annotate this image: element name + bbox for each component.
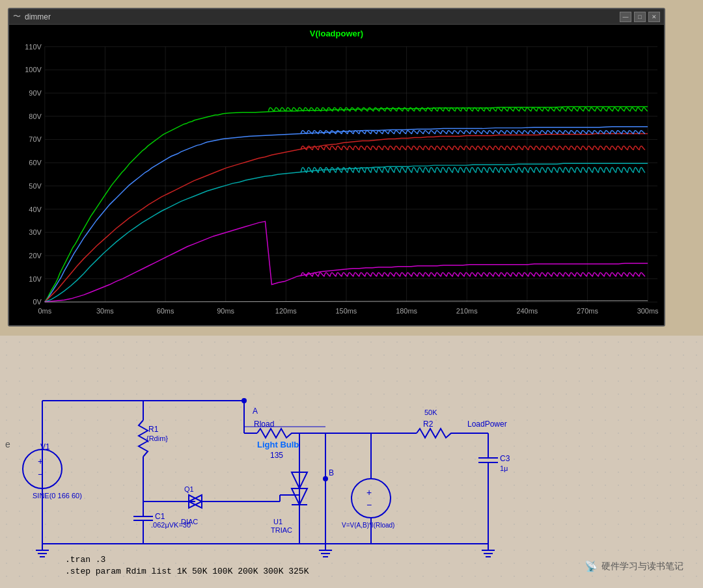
graph-title: V(loadpower): [310, 29, 363, 38]
graph-area: V(loadpower): [9, 25, 664, 325]
svg-text:10V: 10V: [29, 275, 42, 283]
svg-text:270ms: 270ms: [577, 307, 598, 315]
svg-text:−: −: [38, 469, 43, 479]
svg-text:SINE(0 166 60): SINE(0 166 60): [33, 492, 82, 500]
svg-text:Rload: Rload: [254, 420, 274, 429]
svg-text:50V: 50V: [29, 182, 42, 190]
svg-text:.step param Rdim list 1K 50K 1: .step param Rdim list 1K 50K 100K 200K 3…: [65, 567, 309, 576]
svg-text:70V: 70V: [29, 135, 42, 143]
svg-text:V1: V1: [40, 442, 50, 451]
svg-text:90ms: 90ms: [217, 307, 234, 315]
svg-text:−: −: [366, 500, 372, 510]
schematic-svg: e + − SINE(0 166 60) V1 R1 {Rdim} C1 .06…: [0, 336, 703, 588]
svg-text:.tran .3: .tran .3: [65, 555, 105, 565]
watermark-icon: 📡: [585, 560, 598, 572]
svg-text:B: B: [329, 468, 334, 477]
svg-text:40V: 40V: [29, 206, 42, 213]
svg-text:0ms: 0ms: [38, 307, 51, 315]
svg-text:240ms: 240ms: [516, 307, 538, 315]
svg-text:TRIAC: TRIAC: [271, 526, 292, 534]
svg-text:Light Bulb: Light Bulb: [257, 440, 299, 449]
svg-text:100V: 100V: [25, 66, 42, 74]
svg-text:300ms: 300ms: [637, 307, 659, 315]
svg-text:60V: 60V: [29, 159, 42, 167]
svg-text:20V: 20V: [29, 252, 42, 260]
watermark: 📡 硬件学习与读书笔记: [585, 560, 683, 572]
svg-text:180ms: 180ms: [396, 307, 417, 315]
graph-svg: 0V 10V 20V 30V 40V 50V 60V 70V 80V 90V 1…: [9, 25, 664, 325]
svg-text:110V: 110V: [25, 43, 42, 51]
close-button[interactable]: ✕: [648, 12, 660, 22]
svg-text:DIAC: DIAC: [181, 518, 198, 526]
window-title: dimmer: [25, 12, 51, 21]
svg-text:+: +: [366, 487, 372, 498]
svg-text:C3: C3: [500, 454, 510, 463]
maximize-button[interactable]: □: [634, 12, 646, 22]
graph-window: 〜 dimmer — □ ✕ V(loadpower): [8, 8, 665, 327]
window-controls: — □ ✕: [620, 12, 660, 22]
title-left: 〜 dimmer: [13, 11, 51, 22]
svg-text:{Rdim}: {Rdim}: [146, 434, 168, 442]
svg-text:V=V(A,B)*I(Rload): V=V(A,B)*I(Rload): [342, 522, 394, 529]
svg-text:150ms: 150ms: [336, 307, 357, 315]
app-icon: 〜: [13, 11, 21, 22]
svg-text:LoadPower: LoadPower: [467, 420, 507, 429]
svg-text:R1: R1: [148, 425, 159, 434]
svg-text:120ms: 120ms: [275, 307, 297, 315]
svg-text:30V: 30V: [29, 228, 42, 236]
svg-text:90V: 90V: [29, 89, 42, 97]
watermark-text: 硬件学习与读书笔记: [601, 561, 683, 572]
window-titlebar: 〜 dimmer — □ ✕: [9, 9, 664, 25]
svg-text:210ms: 210ms: [456, 307, 478, 315]
svg-text:0V: 0V: [33, 298, 42, 306]
svg-text:Q1: Q1: [184, 485, 194, 493]
svg-text:135: 135: [270, 451, 283, 460]
svg-text:30ms: 30ms: [96, 307, 114, 315]
svg-text:50K: 50K: [424, 408, 437, 416]
svg-text:80V: 80V: [29, 113, 42, 120]
svg-text:A: A: [253, 407, 258, 416]
svg-text:1μ: 1μ: [500, 464, 508, 472]
schematic-area: e + − SINE(0 166 60) V1 R1 {Rdim} C1 .06…: [0, 336, 703, 588]
svg-text:e: e: [5, 439, 10, 449]
svg-text:60ms: 60ms: [157, 307, 174, 315]
minimize-button[interactable]: —: [620, 12, 631, 22]
svg-text:R2: R2: [423, 420, 434, 429]
svg-text:+: +: [38, 456, 43, 466]
svg-text:C1: C1: [155, 512, 165, 521]
svg-rect-49: [0, 336, 703, 588]
svg-text:U1: U1: [273, 518, 283, 526]
